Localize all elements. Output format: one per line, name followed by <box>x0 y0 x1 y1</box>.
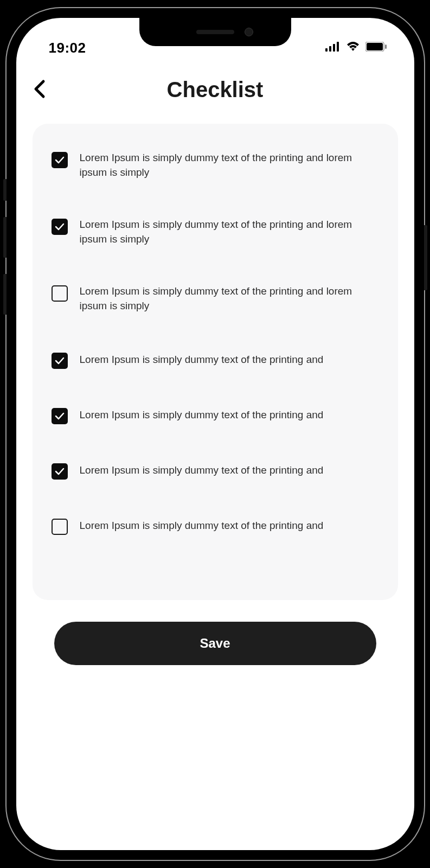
save-button[interactable]: Save <box>54 622 376 665</box>
checkbox[interactable] <box>52 152 68 168</box>
checklist-item-text: Lorem Ipsum is simply dummy text of the … <box>80 353 324 367</box>
chevron-left-icon <box>33 79 46 99</box>
checklist-item-text: Lorem Ipsum is simply dummy text of the … <box>80 151 379 180</box>
notch <box>139 18 291 46</box>
screen: 19:02 Checklist <box>16 18 414 850</box>
checklist-item[interactable]: Lorem Ipsum is simply dummy text of the … <box>52 507 379 562</box>
page-title: Checklist <box>33 78 398 102</box>
checklist-item-text: Lorem Ipsum is simply dummy text of the … <box>80 519 324 533</box>
checklist-panel: Lorem Ipsum is simply dummy text of the … <box>33 124 398 600</box>
checkbox[interactable] <box>52 519 68 535</box>
checklist-item[interactable]: Lorem Ipsum is simply dummy text of the … <box>52 273 379 340</box>
svg-rect-0 <box>325 48 328 52</box>
checklist-item-text: Lorem Ipsum is simply dummy text of the … <box>80 284 379 313</box>
check-icon <box>55 357 65 365</box>
status-time: 19:02 <box>49 40 86 56</box>
check-icon <box>55 156 65 164</box>
wifi-icon <box>346 41 360 54</box>
check-icon <box>55 468 65 475</box>
checklist-item[interactable]: Lorem Ipsum is simply dummy text of the … <box>52 207 379 273</box>
check-icon <box>55 223 65 231</box>
checkbox[interactable] <box>52 285 68 302</box>
checklist-item[interactable]: Lorem Ipsum is simply dummy text of the … <box>52 341 379 396</box>
checklist-item-text: Lorem Ipsum is simply dummy text of the … <box>80 463 324 478</box>
checklist-item-text: Lorem Ipsum is simply dummy text of the … <box>80 408 324 423</box>
checklist-item-text: Lorem Ipsum is simply dummy text of the … <box>80 218 379 246</box>
check-icon <box>55 412 65 420</box>
battery-icon <box>365 42 387 54</box>
checklist-item[interactable]: Lorem Ipsum is simply dummy text of the … <box>52 140 379 207</box>
back-button[interactable] <box>33 79 46 101</box>
svg-rect-1 <box>329 46 331 52</box>
checkbox[interactable] <box>52 353 68 369</box>
phone-side-buttons-left <box>3 179 7 331</box>
svg-rect-5 <box>367 43 383 50</box>
checklist-item[interactable]: Lorem Ipsum is simply dummy text of the … <box>52 396 379 451</box>
phone-side-button-right <box>424 225 427 290</box>
checklist-item[interactable]: Lorem Ipsum is simply dummy text of the … <box>52 451 379 507</box>
signal-icon <box>325 42 341 54</box>
svg-rect-6 <box>385 44 387 49</box>
checkbox[interactable] <box>52 463 68 480</box>
phone-frame: 19:02 Checklist <box>7 8 424 860</box>
checkbox[interactable] <box>52 408 68 424</box>
svg-rect-3 <box>337 42 339 52</box>
header: Checklist <box>16 61 414 113</box>
checkbox[interactable] <box>52 219 68 235</box>
svg-rect-2 <box>333 44 335 52</box>
status-icons <box>325 41 387 54</box>
